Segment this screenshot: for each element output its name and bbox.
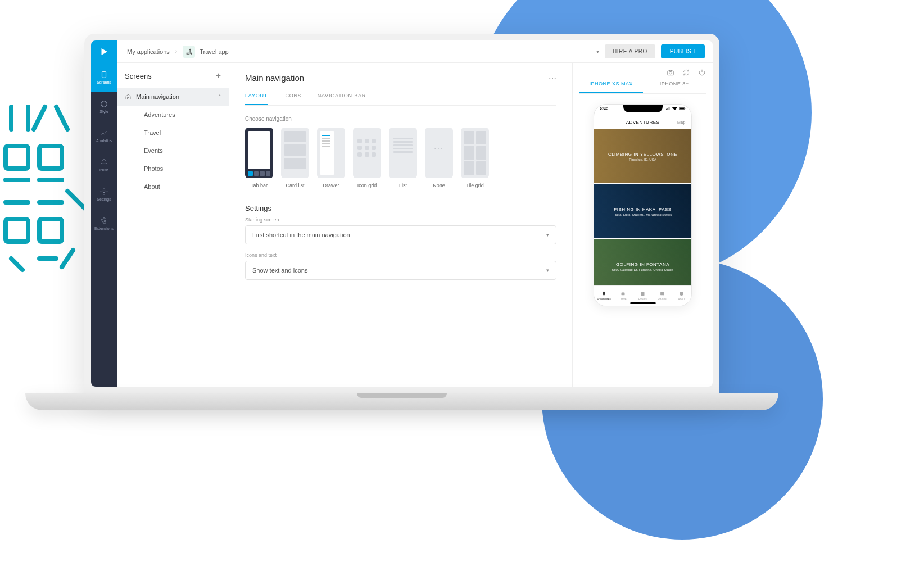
- breadcrumb: My applications › 🏞 Travel app: [117, 46, 229, 58]
- nav-option-tile-grid[interactable]: Tile grid: [461, 128, 489, 188]
- svg-point-20: [102, 105, 103, 106]
- svg-rect-33: [641, 292, 644, 296]
- breadcrumb-app[interactable]: Travel app: [200, 48, 229, 55]
- left-rail: Screens Style Analytics Push: [91, 63, 117, 387]
- rail-extensions[interactable]: Extensions: [91, 209, 117, 238]
- nav-option-label: List: [399, 183, 407, 188]
- nav-option-none[interactable]: ··· None: [425, 128, 453, 188]
- screen-label: Main navigation: [136, 93, 179, 100]
- publish-button[interactable]: PUBLISH: [661, 44, 705, 58]
- phone-notch: [623, 105, 663, 112]
- page-icon: [133, 183, 139, 190]
- chevron-up-icon[interactable]: ⌃: [218, 94, 222, 99]
- page-icon: [133, 111, 139, 118]
- hire-pro-button[interactable]: HIRE A PRO: [605, 44, 655, 58]
- svg-rect-30: [680, 107, 684, 109]
- card-subtitle: 6800 Golfside Dr, Fontana, United States: [612, 268, 673, 271]
- nav-option-drawer[interactable]: Drawer: [317, 128, 345, 188]
- starting-screen-select[interactable]: First shortcut in the main navigation ▾: [245, 225, 556, 244]
- rail-push[interactable]: Push: [91, 151, 117, 180]
- screen-item-photos[interactable]: Photos: [117, 160, 229, 178]
- select-value: Show text and icons: [252, 267, 307, 274]
- svg-rect-23: [134, 130, 138, 135]
- tab-icons[interactable]: ICONS: [283, 93, 302, 105]
- device-tab-8plus[interactable]: IPHONE 8+: [643, 81, 706, 93]
- tab-label: Travel: [619, 297, 627, 301]
- app-logo[interactable]: [91, 40, 117, 63]
- chevron-down-icon: ▾: [546, 268, 549, 273]
- nav-option-icon-grid[interactable]: Icon grid: [353, 128, 381, 188]
- screen-label: Adventures: [144, 111, 175, 118]
- page-icon: [133, 129, 139, 136]
- phone-time: 6:02: [600, 106, 608, 110]
- tab-navigation-bar[interactable]: NAVIGATION BAR: [318, 93, 366, 105]
- home-icon: [125, 93, 132, 100]
- nav-option-tab-bar[interactable]: Tab bar: [245, 128, 273, 188]
- svg-rect-5: [39, 146, 62, 169]
- tab-layout[interactable]: LAYOUT: [245, 93, 268, 105]
- screen-item-travel[interactable]: Travel: [117, 124, 229, 142]
- screen-item-events[interactable]: Events: [117, 142, 229, 160]
- card-title: CLIMBING IN YELLOWSTONE: [608, 152, 677, 157]
- adventure-card-golfing[interactable]: GOLFING IN FONTANA 6800 Golfside Dr, Fon…: [594, 239, 691, 285]
- refresh-icon[interactable]: [682, 69, 690, 76]
- device-tab-xs-max[interactable]: IPHONE XS MAX: [579, 81, 643, 93]
- screens-panel-title: Screens: [125, 72, 152, 80]
- nav-option-label: None: [433, 183, 445, 188]
- power-icon[interactable]: [698, 69, 706, 76]
- rail-label: Push: [99, 168, 108, 172]
- svg-line-15: [62, 250, 73, 267]
- content-tabs: LAYOUT ICONS NAVIGATION BAR: [245, 93, 556, 106]
- nav-option-label: Tile grid: [466, 183, 484, 188]
- nav-option-card-list[interactable]: Card list: [281, 128, 309, 188]
- add-screen-button[interactable]: +: [216, 71, 221, 81]
- svg-rect-31: [685, 108, 686, 109]
- page-icon: [133, 165, 139, 172]
- phone-header-title: ADVENTURES: [626, 120, 660, 125]
- nav-option-label: Icon grid: [357, 183, 377, 188]
- tab-label: Adventures: [597, 297, 611, 301]
- adventure-card-climbing[interactable]: CLIMBING IN YELLOWSTONE Pinedale, ID, US…: [594, 129, 691, 183]
- icons-text-select[interactable]: Show text and icons ▾: [245, 261, 556, 280]
- rail-screens[interactable]: Screens: [91, 63, 117, 92]
- screen-item-adventures[interactable]: Adventures: [117, 106, 229, 124]
- svg-point-36: [680, 292, 683, 296]
- svg-point-21: [103, 191, 105, 193]
- phone-tab-about[interactable]: About: [672, 286, 691, 306]
- rail-style[interactable]: Style: [91, 92, 117, 121]
- svg-point-35: [661, 293, 662, 294]
- rail-analytics[interactable]: Analytics: [91, 121, 117, 151]
- screen-item-about[interactable]: About: [117, 178, 229, 196]
- rail-label: Style: [99, 110, 108, 114]
- nav-option-label: Drawer: [323, 183, 339, 188]
- settings-heading: Settings: [245, 204, 556, 212]
- chevron-down-icon[interactable]: ▾: [596, 48, 599, 55]
- screen-item-main-navigation[interactable]: Main navigation ⌃: [117, 88, 229, 106]
- puzzle-icon: [100, 217, 108, 225]
- card-subtitle: Pinedale, ID, USA: [629, 158, 656, 161]
- adventure-card-fishing[interactable]: FISHING IN HAKAI PASS Hakai Luxx, Magiat…: [594, 184, 691, 238]
- gear-icon: [100, 188, 108, 196]
- palette-icon: [100, 100, 108, 108]
- rail-label: Screens: [97, 80, 111, 84]
- tab-label: About: [678, 297, 685, 301]
- svg-line-2: [34, 107, 45, 129]
- card-subtitle: Hakai Luxx, Magiatu, Mt. United States: [614, 213, 672, 216]
- analytics-icon: [100, 129, 108, 137]
- phone-map-link[interactable]: Map: [677, 120, 686, 124]
- starting-screen-label: Starting screen: [245, 217, 556, 223]
- breadcrumb-root[interactable]: My applications: [127, 48, 170, 55]
- home-indicator: [630, 302, 656, 304]
- more-icon[interactable]: ⋯: [549, 74, 556, 83]
- page-icon: [133, 147, 139, 154]
- svg-rect-26: [134, 184, 138, 189]
- chevron-right-icon: ›: [175, 48, 177, 55]
- screens-icon: [100, 71, 108, 79]
- rail-settings[interactable]: Settings: [91, 180, 117, 209]
- photo-icon: [660, 291, 665, 296]
- nav-option-list[interactable]: List: [389, 128, 417, 188]
- camera-icon[interactable]: [667, 69, 674, 76]
- svg-rect-11: [6, 219, 28, 242]
- phone-tab-adventures[interactable]: Adventures: [594, 286, 614, 306]
- screens-panel: Screens + Main navigation ⌃ Adventures: [117, 63, 229, 387]
